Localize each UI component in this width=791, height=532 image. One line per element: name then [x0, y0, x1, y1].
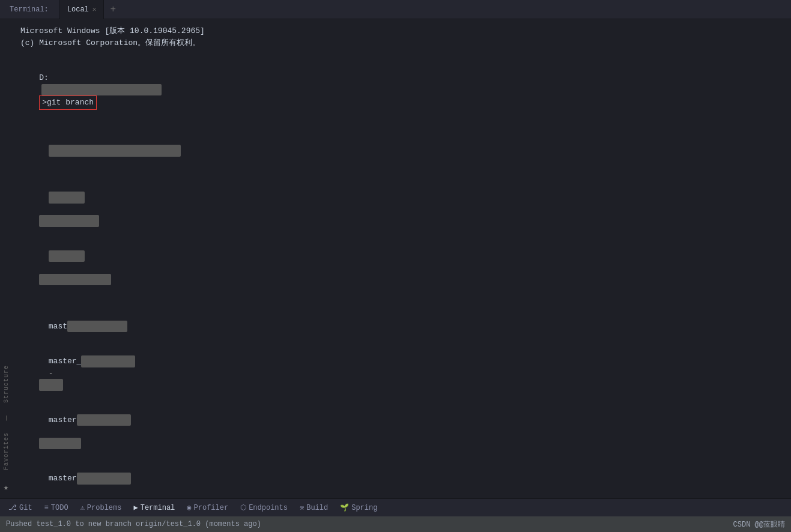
spring-label: Spring [351, 504, 377, 512]
sidebar-favorites-label[interactable]: Favorites [3, 432, 10, 470]
endpoints-label: Endpoints [249, 504, 288, 512]
git-branch-command: >git branch [39, 95, 97, 110]
path-blurred-1 [41, 84, 162, 96]
tab-terminal-label: Terminal: [2, 0, 60, 19]
bottom-toolbar: ⎇ Git ≡ TODO ⚠ Problems ▶ Terminal ◉ Pro… [0, 498, 791, 516]
branch-line-master2: master_ - [20, 344, 783, 403]
toolbar-spring[interactable]: 🌱 Spring [335, 502, 382, 513]
profiler-label: Profiler [194, 504, 229, 512]
toolbar-endpoints[interactable]: ⬡ Endpoints [235, 502, 292, 513]
blurred-line-1 [20, 133, 783, 169]
profiler-icon: ◉ [187, 503, 191, 512]
tab-add-button[interactable]: + [104, 4, 122, 15]
prompt-line-1: D: >git branch [20, 61, 783, 122]
git-icon: ⎇ [8, 503, 17, 512]
branch-line-master4: master [20, 461, 783, 497]
todo-icon: ≡ [44, 504, 49, 512]
system-line-1: Microsoft Windows [版本 10.0.19045.2965] [20, 25, 783, 37]
build-icon: ⚒ [300, 503, 304, 512]
build-label: Build [306, 504, 328, 512]
toolbar-profiler[interactable]: ◉ Profiler [182, 502, 233, 513]
tab-close-icon[interactable]: ✕ [92, 5, 97, 13]
toolbar-git[interactable]: ⎇ Git [4, 502, 37, 513]
branch-line-master1: mast [20, 309, 783, 344]
branch-line-master3: master [20, 402, 783, 461]
sidebar-structure-label[interactable]: Structure [3, 365, 10, 403]
spring-icon: 🌱 [340, 503, 349, 512]
problems-label: Problems [87, 504, 122, 512]
todo-label: TODO [51, 504, 68, 512]
terminal-area: Microsoft Windows [版本 10.0.19045.2965] (… [12, 19, 791, 498]
toolbar-problems[interactable]: ⚠ Problems [76, 502, 127, 513]
local-tab-label: Local [67, 5, 89, 14]
sidebar-separator: ― [1, 415, 11, 420]
status-bar: Pushed test_1.0 to new branch origin/tes… [0, 516, 791, 532]
blurred-line-3 [20, 238, 783, 297]
tab-bar: Terminal: Local ✕ + [0, 0, 791, 19]
endpoints-icon: ⬡ [240, 503, 246, 512]
toolbar-terminal[interactable]: ▶ Terminal [129, 502, 180, 513]
left-sidebar: Structure ― Favorites ★ [0, 19, 12, 498]
favorites-star-icon: ★ [4, 482, 8, 492]
toolbar-build[interactable]: ⚒ Build [295, 502, 333, 513]
status-csdn-label: CSDN @@蓝眼睛 [733, 519, 785, 530]
terminal-toolbar-label: Terminal [141, 504, 175, 512]
toolbar-todo[interactable]: ≡ TODO [40, 503, 73, 513]
problems-icon: ⚠ [80, 503, 85, 512]
status-push-message: Pushed test_1.0 to new branch origin/tes… [6, 520, 261, 528]
tab-local[interactable]: Local ✕ [60, 0, 105, 19]
status-right: CSDN @@蓝眼睛 [733, 519, 785, 530]
git-label: Git [19, 504, 32, 512]
system-line-2: (c) Microsoft Corporation。保留所有权利。 [20, 37, 783, 49]
drive-prompt-1: D: [39, 73, 49, 82]
terminal-label-text: Terminal: [10, 5, 49, 14]
terminal-icon: ▶ [133, 503, 138, 512]
blurred-line-2 [20, 180, 783, 239]
